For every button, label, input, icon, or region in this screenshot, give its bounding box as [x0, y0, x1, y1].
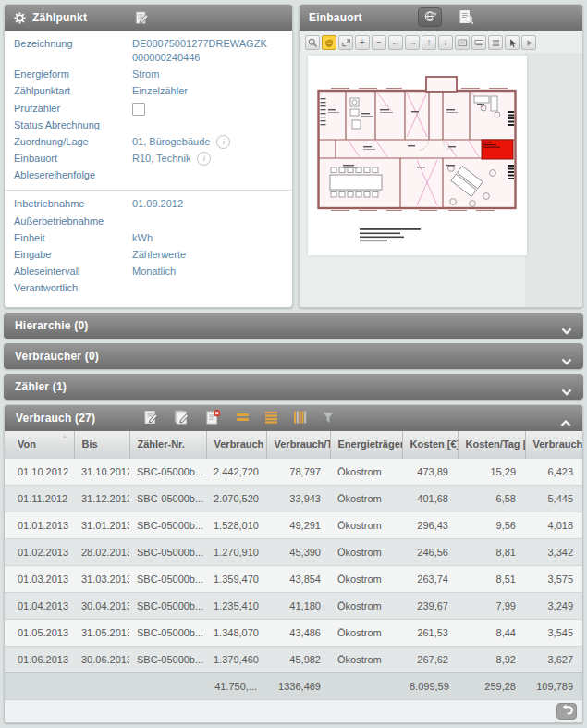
filter-funnel-icon [322, 411, 335, 426]
table-cell: 01.02.2013 [5, 538, 74, 565]
table-cell: 49,291 [266, 512, 330, 538]
table-cell: 6,58 [458, 485, 525, 512]
table-row[interactable]: 01.02.201328.02.2013SBC-05000b...1.270,9… [5, 538, 582, 565]
field-value: kWh [132, 231, 283, 245]
column-header[interactable]: Bis [74, 431, 129, 458]
field-row: Prüfzähler [14, 102, 283, 116]
info-icon[interactable]: i [197, 152, 211, 166]
table-cell: SBC-05000b... [129, 485, 206, 512]
play-button[interactable] [521, 35, 536, 50]
zaehlpunkt-panel: Zählpunkt BezeichnungDE00075001277DREWAG… [4, 4, 293, 308]
two-bars-view-button[interactable] [236, 411, 250, 426]
document-preview-button[interactable] [459, 9, 474, 29]
field-label: Außerbetriebnahme [14, 215, 132, 228]
table-cell: Ökostrom [330, 592, 402, 619]
field-row: AbleseintervallMonatlich [14, 265, 283, 278]
verbrauch-header[interactable]: Verbrauch (27) [5, 405, 582, 431]
legend-button[interactable] [488, 35, 503, 50]
table-cell: 267,62 [402, 646, 458, 672]
column-header[interactable]: Verbrauch/T [266, 431, 330, 458]
overview-button[interactable] [471, 35, 486, 50]
floor-plan-drawing [308, 56, 527, 255]
pan-left-button[interactable]: ← [388, 35, 403, 50]
table-row[interactable]: 01.11.201231.12.2012SBC-05000b...2.070,5… [5, 485, 582, 512]
pruefzaehler-checkbox[interactable] [132, 103, 145, 116]
edit-zaehlpunkt-button[interactable] [134, 9, 150, 28]
totals-row: 41.750,... 1336,469 8.099,59 259,28 109,… [5, 672, 582, 699]
undo-button[interactable] [556, 703, 577, 720]
table-row[interactable]: 01.05.201331.05.2013SBC-05000b...1.348,0… [5, 619, 582, 646]
table-cell: 4,018 [525, 512, 582, 538]
column-header[interactable]: Kosten/Tag [€ [458, 431, 525, 458]
document-magnifier-icon [459, 9, 474, 29]
field-row: Verantwortlich [14, 281, 283, 295]
field-value: Einzelzähler [132, 84, 283, 98]
total-cell [129, 672, 206, 699]
field-value: Monatlich [132, 265, 283, 278]
table-row[interactable]: 01.03.201331.03.2013SBC-05000b...1.359,4… [5, 565, 582, 592]
table-row[interactable]: 01.01.201331.01.2013SBC-05000b...1.528,0… [5, 512, 582, 538]
cursor-select-button[interactable] [505, 35, 520, 50]
table-cell: 1.348,070 [206, 619, 266, 646]
info-icon[interactable]: i [216, 135, 230, 149]
panel-title: Einbauort [309, 11, 362, 24]
table-cell: SBC-05000b... [129, 458, 206, 485]
edit-multiple-button[interactable] [174, 409, 190, 427]
minus-icon: − [376, 38, 382, 47]
table-row[interactable]: 01.04.201330.04.2013SBC-05000b...1.235,4… [5, 592, 582, 619]
chevron-down-icon [561, 352, 572, 369]
pan-right-button[interactable]: → [405, 35, 420, 50]
field-value-text: Zählerwerte [132, 248, 186, 262]
field-value: R10, Techniki [132, 152, 283, 166]
table-cell: 41,180 [266, 592, 330, 619]
field-row: Status Abrechnung [14, 118, 283, 132]
delete-row-button[interactable] [205, 409, 221, 427]
zoom-in-button[interactable]: + [355, 35, 370, 50]
note-edit-icon [143, 409, 159, 427]
table-cell: 8,92 [458, 646, 525, 672]
panel-title: Zählpunkt [32, 11, 87, 24]
map-area[interactable] [300, 53, 582, 308]
accordion-zaehler[interactable]: Zähler (1) [4, 374, 583, 400]
globe-refresh-button[interactable] [418, 7, 442, 27]
four-bars-view-button[interactable] [264, 411, 278, 426]
column-header[interactable]: Energieträger [330, 431, 402, 458]
pan-down-button[interactable]: ↓ [438, 35, 453, 50]
column-header[interactable]: Kosten [€] [402, 431, 458, 458]
column-header[interactable]: Verbrauch/m [525, 431, 582, 458]
column-header[interactable]: Von▲ [5, 431, 74, 458]
edit-row-button[interactable] [143, 409, 159, 427]
table-row[interactable]: 01.10.201231.10.2012SBC-05000b...2.442,7… [5, 458, 582, 485]
vertical-bars-view-button[interactable] [293, 411, 307, 426]
table-cell: SBC-05000b... [129, 512, 206, 538]
table-cell: 45,982 [266, 646, 330, 672]
total-verbrauch-m: 109,789 [525, 672, 582, 699]
column-header[interactable]: Zähler-Nr. [129, 431, 206, 458]
total-verbrauch: 41.750,... [206, 672, 266, 699]
field-label: Verantwortlich [14, 281, 132, 295]
zoom-out-button[interactable]: − [372, 35, 386, 50]
hand-pan-tool-button[interactable] [322, 35, 336, 50]
resize-tool-button[interactable] [338, 35, 353, 50]
pan-up-button[interactable]: ↑ [422, 35, 436, 50]
zoom-extent-button[interactable] [455, 35, 470, 50]
field-row: BezeichnungDE00075001277DREWAGZK00000024… [14, 37, 283, 65]
magnifier-tool-button[interactable] [305, 35, 320, 50]
table-cell: 7,99 [458, 592, 525, 619]
accordion-hierarchie[interactable]: Hierarchie (0) [4, 313, 583, 339]
accordion-verbraucher[interactable]: Verbraucher (0) [4, 343, 583, 369]
table-row[interactable]: 01.06.201330.06.2013SBC-05000b...1.379,4… [5, 646, 582, 672]
table-cell: SBC-05000b... [129, 592, 206, 619]
table-cell: Ökostrom [330, 458, 402, 485]
note-edit-icon [134, 9, 150, 28]
field-value-text: Strom [132, 68, 159, 81]
field-label: Energieform [14, 68, 132, 81]
table-cell: 296,43 [402, 512, 458, 538]
table-cell: Ökostrom [330, 565, 402, 592]
filter-button[interactable] [322, 411, 335, 426]
table-cell: 01.06.2013 [5, 646, 74, 672]
column-header[interactable]: Verbrauch [206, 431, 266, 458]
field-label: Eingabe [14, 248, 132, 262]
table-cell: 31.01.2013 [74, 512, 129, 538]
field-value [132, 281, 283, 295]
